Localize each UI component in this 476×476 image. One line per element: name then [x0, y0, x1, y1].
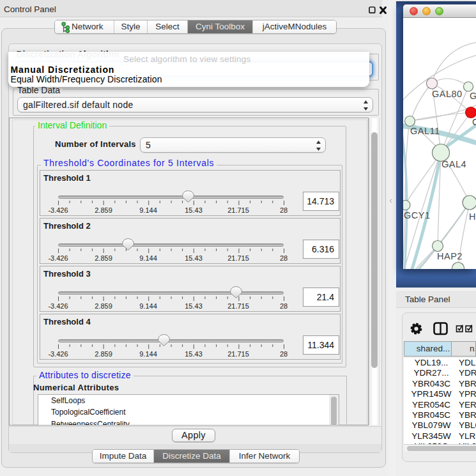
svg-text:GCY1: GCY1 — [404, 210, 431, 220]
svg-text:C: C — [472, 117, 476, 127]
svg-text:H: H — [469, 211, 476, 222]
svg-text:GAL11: GAL11 — [410, 126, 440, 136]
svg-text:GAL4: GAL4 — [441, 159, 466, 169]
svg-text:GAL80: GAL80 — [432, 89, 463, 99]
svg-text:G...: G... — [470, 91, 476, 101]
svg-text:HAP2: HAP2 — [437, 251, 463, 261]
